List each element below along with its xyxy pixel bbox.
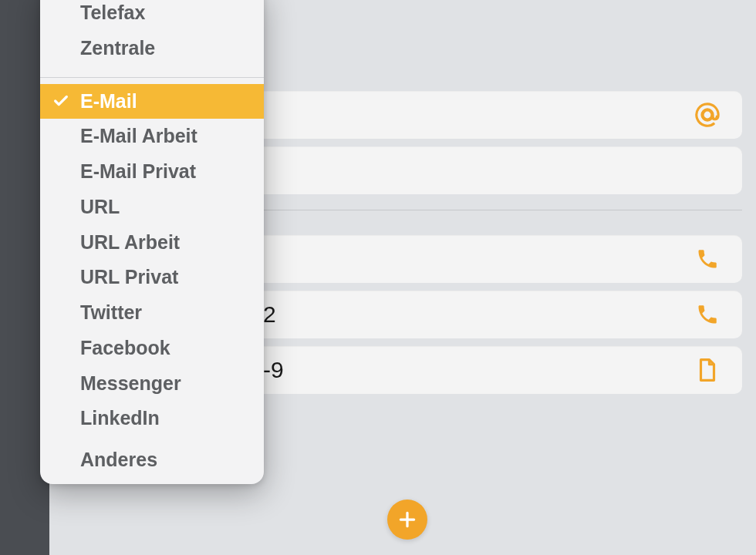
section-divider xyxy=(227,210,742,210)
document-icon xyxy=(693,355,722,385)
at-icon xyxy=(693,100,722,130)
contact-type-dropdown: Telefax Zentrale E-Mail E-Mail Arbeit E-… xyxy=(40,0,264,484)
dropdown-item-email-arbeit[interactable]: E-Mail Arbeit xyxy=(40,119,264,154)
dropdown-item-url-arbeit[interactable]: URL Arbeit xyxy=(40,225,264,261)
add-button[interactable] xyxy=(387,500,427,540)
plus-icon xyxy=(397,510,417,530)
dropdown-item-email[interactable]: E-Mail xyxy=(40,84,264,119)
dropdown-item-url[interactable]: URL xyxy=(40,190,264,225)
dropdown-item-url-privat[interactable]: URL Privat xyxy=(40,260,264,295)
dropdown-item-telefax[interactable]: Telefax xyxy=(40,0,264,31)
phone-icon xyxy=(693,300,722,329)
dropdown-item-linkedin[interactable]: LinkedIn xyxy=(40,401,264,436)
svg-point-0 xyxy=(703,110,712,119)
dropdown-item-anderes[interactable]: Anderes xyxy=(40,442,264,484)
dropdown-divider xyxy=(40,77,264,78)
dropdown-item-zentrale[interactable]: Zentrale xyxy=(40,31,264,66)
dropdown-item-twitter[interactable]: Twitter xyxy=(40,295,264,331)
phone-icon xyxy=(693,244,722,274)
dropdown-item-email-privat[interactable]: E-Mail Privat xyxy=(40,154,264,190)
dropdown-item-messenger[interactable]: Messenger xyxy=(40,366,264,402)
dropdown-item-facebook[interactable]: Facebook xyxy=(40,331,264,366)
